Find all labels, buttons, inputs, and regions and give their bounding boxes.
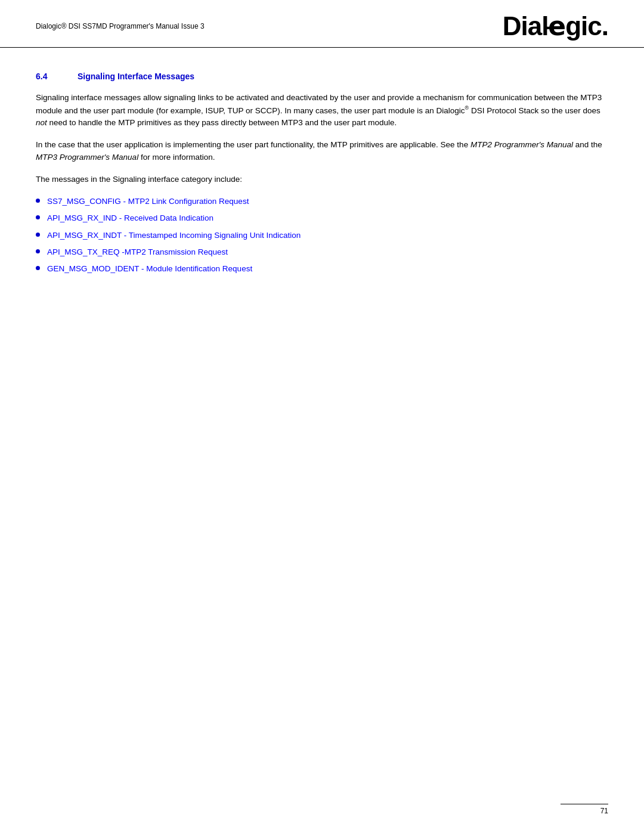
section-heading: 6.4 Signaling Interface Messages bbox=[36, 72, 608, 81]
page-container: Dialogic® DSI SS7MD Programmer's Manual … bbox=[0, 0, 644, 833]
main-content: 6.4 Signaling Interface Messages Signali… bbox=[0, 48, 644, 315]
list-item: SS7_MSG_CONFIG - MTP2 Link Configuration… bbox=[36, 196, 608, 208]
link-api-msg-rx-indt[interactable]: API_MSG_RX_INDT - Timestamped Incoming S… bbox=[47, 231, 301, 240]
list-item: API_MSG_RX_INDT - Timestamped Incoming S… bbox=[36, 230, 608, 241]
list-item: API_MSG_TX_REQ -MTP2 Transmission Reques… bbox=[36, 246, 608, 258]
page-number: 71 bbox=[600, 807, 608, 815]
link-api-msg-tx-req[interactable]: API_MSG_TX_REQ -MTP2 Transmission Reques… bbox=[47, 247, 228, 256]
list-item-text: API_MSG_TX_REQ -MTP2 Transmission Reques… bbox=[47, 246, 228, 258]
bullet-dot bbox=[36, 266, 40, 270]
bullet-dot bbox=[36, 249, 40, 253]
list-item-text: SS7_MSG_CONFIG - MTP2 Link Configuration… bbox=[47, 196, 249, 208]
bullet-dot bbox=[36, 199, 40, 203]
link-ss7-msg-config[interactable]: SS7_MSG_CONFIG - MTP2 Link Configuration… bbox=[47, 197, 249, 206]
list-item: GEN_MSG_MOD_IDENT - Module Identificatio… bbox=[36, 263, 608, 275]
list-item-text: API_MSG_RX_IND - Received Data Indicatio… bbox=[47, 212, 213, 224]
bullet-list: SS7_MSG_CONFIG - MTP2 Link Configuration… bbox=[36, 196, 608, 275]
paragraph-3: The messages in the Signaling interface … bbox=[36, 174, 608, 186]
bullet-dot bbox=[36, 233, 40, 237]
dialogic-logo: Diale̶gic. bbox=[503, 11, 608, 41]
bullet-dot bbox=[36, 215, 40, 219]
paragraph-1: Signaling interface messages allow signa… bbox=[36, 92, 608, 129]
footer-line bbox=[561, 804, 608, 804]
section-number: 6.4 bbox=[36, 72, 60, 81]
link-api-msg-rx-ind[interactable]: API_MSG_RX_IND - Received Data Indicatio… bbox=[47, 213, 213, 222]
paragraph-2: In the case that the user application is… bbox=[36, 139, 608, 164]
list-item: API_MSG_RX_IND - Received Data Indicatio… bbox=[36, 212, 608, 224]
header-title: Dialogic® DSI SS7MD Programmer's Manual … bbox=[36, 22, 205, 30]
list-item-text: GEN_MSG_MOD_IDENT - Module Identificatio… bbox=[47, 263, 252, 275]
section-title: Signaling Interface Messages bbox=[78, 72, 194, 81]
page-footer: 71 bbox=[561, 804, 608, 815]
page-header: Dialogic® DSI SS7MD Programmer's Manual … bbox=[0, 0, 644, 48]
list-item-text: API_MSG_RX_INDT - Timestamped Incoming S… bbox=[47, 230, 301, 241]
link-gen-msg-mod-ident[interactable]: GEN_MSG_MOD_IDENT - Module Identificatio… bbox=[47, 264, 252, 273]
